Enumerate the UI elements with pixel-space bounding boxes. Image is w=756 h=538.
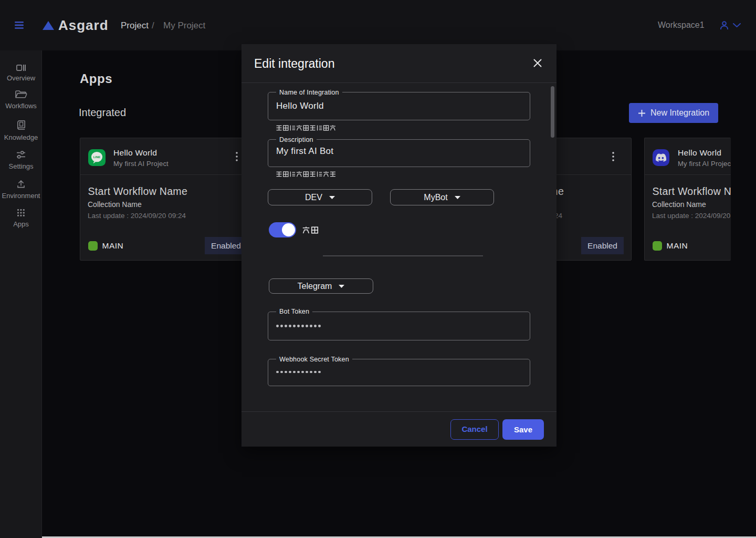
svg-text:LINE: LINE <box>93 156 101 159</box>
